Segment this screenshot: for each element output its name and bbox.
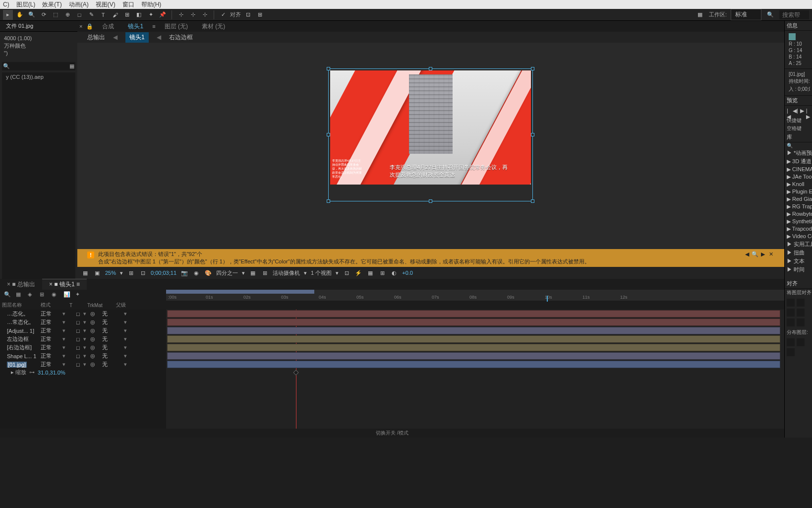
first-frame-icon[interactable]: |◀ [787, 108, 791, 115]
effects-category[interactable]: ▶ Plugin Eve [785, 188, 812, 195]
layer-row[interactable]: …常态化。正常▾□▾◎无▾ [0, 318, 166, 326]
effects-category[interactable]: ▶ *动画预 [785, 149, 812, 157]
menu-item[interactable]: 帮助(H) [141, 0, 162, 9]
align-right-icon[interactable] [787, 309, 795, 317]
breadcrumb-item[interactable]: 总输出 [87, 33, 105, 42]
align-hcenter-icon[interactable] [797, 299, 805, 307]
snap-opt1-icon[interactable]: ⊡ [243, 10, 253, 20]
graph-icon[interactable]: 📊 [63, 291, 71, 299]
project-folder-icon[interactable]: ▦ [69, 63, 74, 69]
track-bar[interactable] [167, 344, 780, 351]
dist-bottom-icon[interactable] [787, 348, 795, 356]
layer-row[interactable]: Shape L... 1正常▾□▾◎无▾ [0, 352, 166, 360]
search-icon[interactable]: 🔍 [787, 143, 793, 148]
channel-icon[interactable]: ◉ [192, 269, 200, 277]
rotate-tool-icon[interactable]: ⟳ [39, 10, 49, 20]
align-top-icon[interactable] [797, 309, 805, 317]
frame-blend-icon[interactable]: ⊞ [40, 291, 48, 299]
timeline-footer[interactable]: 切换开关 /模式 [0, 429, 784, 438]
play-icon[interactable]: ▶ [800, 108, 804, 115]
pen-tool-icon[interactable]: ✎ [86, 10, 96, 20]
brush-tool-icon[interactable]: 🖌 [110, 10, 120, 20]
timecode[interactable]: 0;00;03;11 [151, 270, 176, 276]
effects-category[interactable]: ▶ Video Cop [785, 233, 812, 240]
menu-item[interactable]: 动画(A) [69, 0, 89, 9]
clone-tool-icon[interactable]: ⊞ [122, 10, 132, 20]
axis-local-icon[interactable]: ⊹ [176, 10, 186, 20]
3d-icon[interactable]: ⊞ [261, 269, 269, 277]
axis-view-icon[interactable]: ⊹ [200, 10, 210, 20]
project-search[interactable]: 🔍 ▦ [2, 62, 75, 70]
flowchart-icon[interactable]: ⊞ [378, 269, 386, 277]
align-vcenter-icon[interactable] [787, 318, 795, 326]
layer-row[interactable]: [Adjust... 1]正常▾□▾◎无▾ [0, 326, 166, 335]
effects-category[interactable]: ▶ Knoll [785, 181, 812, 188]
project-list[interactable]: y (CC (13)).aep [2, 72, 75, 279]
effects-category[interactable]: ▶ 时间 [785, 265, 812, 274]
track-bar[interactable] [167, 318, 780, 326]
dist-vcenter-icon[interactable] [797, 338, 805, 346]
track-bar[interactable] [167, 310, 780, 318]
axis-world-icon[interactable]: ⊹ [188, 10, 198, 20]
effects-category[interactable]: ▶ JAe Tools [785, 173, 812, 181]
layer-row[interactable]: 左边边框正常▾□▾◎无▾ [0, 335, 166, 343]
effects-category[interactable]: ▶ 实用工具 [785, 240, 812, 249]
effects-category[interactable]: ▶ 3D 通道 [785, 157, 812, 166]
layer-row[interactable]: [01.jpg]正常▾□▾◎无▾ [0, 360, 166, 369]
track-bar[interactable] [167, 361, 780, 368]
timeline-tab[interactable]: × ■ 总输出 [0, 279, 42, 290]
menu-item[interactable]: 图层(L) [16, 0, 36, 9]
motion-blur-icon[interactable]: ◉ [52, 291, 59, 299]
zoom-dropdown[interactable]: 25% [105, 270, 116, 276]
roi-icon[interactable]: ⊡ [139, 269, 147, 277]
warning-close-icon[interactable]: ✕ [767, 251, 774, 257]
breadcrumb-item-active[interactable]: 镜头1 [125, 32, 149, 43]
layer-row[interactable]: …态化。正常▾□▾◎无▾ [0, 310, 166, 318]
timeline-tab-active[interactable]: × ■ 镜头1 ≡ [42, 279, 87, 290]
snapshot-icon[interactable]: 📷 [180, 269, 188, 277]
effects-category[interactable]: ▶ CINEMA 4 [785, 166, 812, 173]
track-area[interactable] [166, 310, 784, 429]
camera-dropdown[interactable]: 活动摄像机 [273, 269, 300, 277]
breadcrumb-item[interactable]: 右边边框 [169, 33, 193, 42]
reset-exposure-icon[interactable]: ◐ [390, 269, 398, 277]
shy-icon[interactable]: ◈ [28, 291, 36, 299]
menu-item[interactable]: 窗口 [122, 0, 134, 9]
color-icon[interactable]: 🎨 [204, 269, 212, 277]
project-item[interactable]: y (CC (13)).aep [2, 72, 75, 81]
viewer[interactable]: 李克强总理4月27日主持召开国务院常务会议，再次提及救急的财政资金直达机制为何要… [77, 43, 784, 249]
search-input[interactable] [779, 10, 809, 19]
dist-top-icon[interactable] [787, 338, 795, 346]
property-row[interactable]: ▸ 缩放⊶31.0,31.0% [0, 369, 166, 376]
timeline-icon[interactable]: ▦ [366, 269, 374, 277]
warning-prev-icon[interactable]: ◀ [744, 251, 751, 257]
menu-item[interactable]: 效果(T) [42, 0, 61, 9]
eraser-tool-icon[interactable]: ◧ [134, 10, 144, 20]
hand-tool-icon[interactable]: ✋ [15, 10, 25, 20]
panbehind-tool-icon[interactable]: ⊕ [62, 10, 72, 20]
puppet-tool-icon[interactable]: 📌 [158, 10, 168, 20]
toggle-mask-icon[interactable]: ▣ [93, 269, 101, 277]
effects-category[interactable]: ▶ Trapcode [785, 225, 812, 233]
transparency-icon[interactable]: ▦ [249, 269, 257, 277]
align-bottom-icon[interactable] [797, 318, 805, 326]
layer-row[interactable]: [右边边框]正常▾□▾◎无▾ [0, 343, 166, 352]
workspace-dropdown[interactable]: 标准 [731, 9, 761, 20]
camera-tool-icon[interactable]: ⬚ [51, 10, 60, 20]
selection-tool-icon[interactable]: ▸ [3, 10, 13, 20]
roto-tool-icon[interactable]: ✦ [146, 10, 156, 20]
comp-tab-shot[interactable]: 镜头1 [123, 21, 148, 32]
fast-preview-icon[interactable]: ⚡ [354, 269, 362, 277]
resolution-icon[interactable]: ⊞ [127, 269, 135, 277]
lock-icon[interactable]: 🔒 [86, 23, 93, 30]
project-tab[interactable]: 文件 01.jpg [2, 21, 37, 31]
effects-category[interactable]: ▶ 文本 [785, 257, 812, 265]
warning-next-icon[interactable]: ▶ [759, 251, 766, 257]
brain-icon[interactable]: ✦ [75, 291, 83, 299]
views-dropdown[interactable]: 1 个视图 [311, 269, 332, 277]
comp-tab-layer[interactable]: 图层 (无) [160, 21, 193, 32]
comp-tab-comp[interactable]: 合成 [97, 21, 119, 32]
effects-category[interactable]: ▶ RG Trapco [785, 203, 812, 210]
text-tool-icon[interactable]: T [98, 10, 108, 20]
effects-category[interactable]: ▶ Rowbyte [785, 210, 812, 218]
